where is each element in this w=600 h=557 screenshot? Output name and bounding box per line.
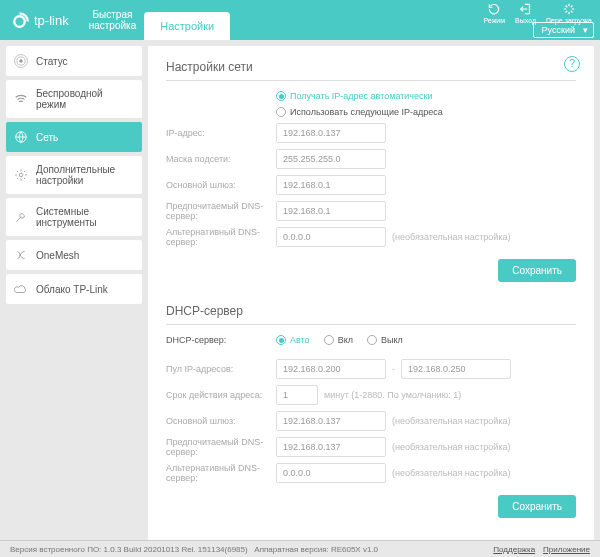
dhcp-gw-input[interactable]: [276, 411, 386, 431]
save-network-button[interactable]: Сохранить: [498, 259, 576, 282]
section-dhcp-title: DHCP-сервер: [166, 304, 576, 325]
lease-note: минут (1-2880. По умолчанию: 1): [324, 390, 461, 400]
dns2-input[interactable]: [276, 227, 386, 247]
sidebar-item-system[interactable]: Системные инструменты: [6, 198, 142, 236]
sidebar-item-cloud[interactable]: Облако TP-Link: [6, 274, 142, 304]
radio-ip-static[interactable]: Использовать следующие IP-адреса: [276, 107, 443, 117]
pool-end-input[interactable]: [401, 359, 511, 379]
reload-icon: [562, 2, 576, 16]
dhcp-dns2-label: Альтернативный DNS-сервер:: [166, 463, 276, 483]
radio-dhcp-off[interactable]: Выкл: [367, 335, 403, 345]
status-icon: [14, 54, 28, 68]
support-link[interactable]: Поддержка: [493, 545, 535, 554]
mask-label: Маска подсети:: [166, 154, 276, 164]
help-button[interactable]: ?: [564, 56, 580, 72]
save-dhcp-button[interactable]: Сохранить: [498, 495, 576, 518]
mode-icon: [487, 2, 501, 16]
hw-version: Аппаратная версия: RE605X v1.0: [254, 545, 378, 554]
dns1-label: Предпочитаемый DNS-сервер:: [166, 201, 276, 221]
lease-input[interactable]: [276, 385, 318, 405]
logo: tp-link: [0, 11, 81, 29]
tplink-logo-icon: [12, 11, 30, 29]
pool-label: Пул IP-адресов:: [166, 364, 276, 374]
wifi-icon: [14, 92, 28, 106]
sidebar-item-status[interactable]: Статус: [6, 46, 142, 76]
gateway-input[interactable]: [276, 175, 386, 195]
mode-button[interactable]: Режим: [484, 2, 506, 24]
sidebar-item-network[interactable]: Сеть: [6, 122, 142, 152]
dns2-label: Альтернативный DNS-сервер:: [166, 227, 276, 247]
optional-note: (необязательная настройка): [392, 442, 511, 452]
fw-version: Версия встроенного ПО: 1.0.3 Build 20201…: [10, 545, 248, 554]
svg-point-5: [19, 173, 23, 177]
reload-button[interactable]: Пере загрузка: [546, 2, 592, 24]
lease-label: Срок действия адреса:: [166, 390, 276, 400]
optional-note: (необязательная настройка): [392, 468, 511, 478]
quick-setup-link[interactable]: Быстрая настройка: [89, 9, 137, 31]
logout-button[interactable]: Выход: [515, 2, 536, 24]
main-content[interactable]: ? Настройки сети Получать IP-адрес автом…: [148, 46, 594, 540]
cloud-icon: [14, 282, 28, 296]
optional-note: (необязательная настройка): [392, 232, 511, 242]
onemesh-icon: [14, 248, 28, 262]
ip-input[interactable]: [276, 123, 386, 143]
dhcp-dns1-label: Предпочитаемый DNS-сервер:: [166, 437, 276, 457]
dhcp-dns2-input[interactable]: [276, 463, 386, 483]
sidebar: Статус Беспроводной режим Сеть Дополните…: [0, 40, 148, 540]
gear-icon: [14, 168, 28, 182]
gateway-label: Основной шлюз:: [166, 180, 276, 190]
svg-point-1: [19, 59, 23, 63]
dhcp-server-label: DHCP-сервер:: [166, 335, 276, 345]
footer: Версия встроенного ПО: 1.0.3 Build 20201…: [0, 540, 600, 557]
sidebar-item-advanced[interactable]: Дополнительные настройки: [6, 156, 142, 194]
tabs: Настройки: [144, 0, 230, 40]
svg-point-0: [14, 16, 25, 27]
optional-note: (необязательная настройка): [392, 416, 511, 426]
dhcp-gw-label: Основной шлюз:: [166, 416, 276, 426]
radio-ip-auto[interactable]: Получать IP-адрес автоматически: [276, 91, 433, 101]
brand-text: tp-link: [34, 13, 69, 28]
ip-label: IP-адрес:: [166, 128, 276, 138]
dns1-input[interactable]: [276, 201, 386, 221]
dhcp-dns1-input[interactable]: [276, 437, 386, 457]
language-select[interactable]: Русский: [533, 22, 594, 38]
logout-icon: [519, 2, 533, 16]
mask-input[interactable]: [276, 149, 386, 169]
radio-dhcp-auto[interactable]: Авто: [276, 335, 310, 345]
header-tools: Режим Выход Пере загрузка: [484, 2, 593, 24]
header: tp-link Быстрая настройка Настройки Режи…: [0, 0, 600, 40]
radio-dhcp-on[interactable]: Вкл: [324, 335, 353, 345]
tools-icon: [14, 210, 28, 224]
app-link[interactable]: Приложение: [543, 545, 590, 554]
section-network-title: Настройки сети: [166, 60, 576, 81]
sidebar-item-wireless[interactable]: Беспроводной режим: [6, 80, 142, 118]
pool-start-input[interactable]: [276, 359, 386, 379]
sidebar-item-onemesh[interactable]: OneMesh: [6, 240, 142, 270]
network-icon: [14, 130, 28, 144]
tab-settings[interactable]: Настройки: [144, 12, 230, 40]
